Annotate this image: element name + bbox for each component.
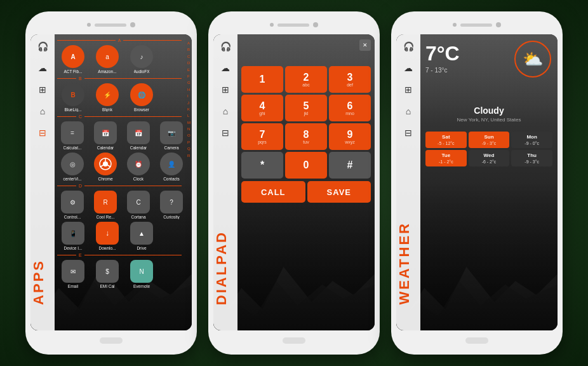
sidebar-grid-icon[interactable]: ⊞ (36, 83, 50, 97)
list-item[interactable]: R Cool Re... (90, 191, 121, 219)
sidebar-menu-icon-3[interactable]: ⊟ (401, 126, 415, 140)
weather-day-thu[interactable]: Thu -9 - 3°c (511, 150, 552, 166)
list-item[interactable]: ↓ Downlo... (91, 222, 123, 250)
dial-number: 6 (347, 101, 353, 111)
dialpad-display: ✕ (237, 34, 375, 66)
app-label: Drive (137, 246, 146, 250)
sidebar-home-icon-3[interactable]: ⌂ (401, 104, 415, 118)
sidebar-apps-icon[interactable]: ⊟ (36, 126, 50, 140)
svg-line-5 (107, 165, 110, 167)
phone-dialpad: 🎧 ☁ ⊞ ⌂ ⊟ DIALPAD ✕ 1 2 abc (208, 11, 380, 355)
list-item[interactable]: 👤 Contacts (156, 152, 187, 181)
call-button[interactable]: CALL (241, 181, 305, 203)
list-item[interactable]: 📅 Calendar (123, 121, 154, 150)
dialpad-content-area: ✕ 1 2 abc 3 def 4 ghi (237, 34, 375, 330)
dial-button-6[interactable]: 6 mno (329, 95, 371, 121)
app-icon-evernote: N (130, 260, 153, 283)
list-item[interactable]: A ACT Fib... (57, 45, 89, 74)
home-button-2[interactable] (283, 337, 305, 344)
speaker-grille-3 (460, 24, 492, 27)
dial-button-8[interactable]: 8 tuv (285, 123, 327, 150)
sidebar-cloud-icon[interactable]: ☁ (36, 61, 50, 75)
sidebar-cloud-icon-3[interactable]: ☁ (401, 61, 415, 75)
list-item[interactable]: 📅 Calendar (90, 121, 121, 150)
sidebar-home-icon[interactable]: ⌂ (36, 104, 50, 118)
front-camera (87, 23, 91, 27)
dial-button-9[interactable]: 9 wxyz (329, 123, 371, 150)
weather-condition: Cloudy (425, 105, 552, 116)
weather-day-wed[interactable]: Wed -6 - 2°c (469, 150, 510, 166)
save-button[interactable]: SAVE (307, 181, 371, 203)
sidebar-home-icon-2[interactable]: ⌂ (218, 104, 232, 118)
dialpad-actions: CALL SAVE (237, 179, 375, 205)
dial-button-4[interactable]: 4 ghi (241, 95, 283, 121)
dial-button-1[interactable]: 1 (241, 66, 283, 93)
sidebar-cloud-icon-2[interactable]: ☁ (218, 61, 232, 75)
list-item[interactable]: 📱 Device I... (57, 222, 89, 250)
home-button-3[interactable] (465, 337, 488, 344)
dial-button-5[interactable]: 5 jkl (285, 95, 327, 121)
phone-bottom-bar-3 (396, 333, 558, 348)
list-item[interactable]: B BlueLig... (57, 83, 89, 112)
dial-number: 1 (260, 74, 265, 85)
list-item[interactable]: ⚡ Blynk (91, 83, 123, 112)
sidebar-grid-icon-2[interactable]: ⊞ (218, 83, 232, 97)
list-item[interactable]: ⚙ Control... (57, 191, 88, 219)
list-item[interactable]: $ EMI Cal (91, 260, 123, 288)
app-icon-coolre: R (94, 191, 117, 214)
dial-number: 4 (260, 101, 265, 111)
sidebar-headphone-icon-2[interactable]: 🎧 (218, 39, 232, 53)
app-label: Email (68, 284, 78, 288)
dial-button-star[interactable]: * (241, 152, 283, 179)
dial-button-2[interactable]: 2 abc (285, 66, 327, 93)
day-name: Sat (428, 134, 464, 140)
list-item[interactable]: C Cortana (123, 191, 154, 219)
sidebar-headphone-icon[interactable]: 🎧 (36, 39, 50, 53)
app-icon-download: ↓ (96, 222, 119, 245)
weather-day-tue[interactable]: Tue -1 - 2°c (425, 150, 467, 166)
weather-icon: ⛅ (523, 50, 543, 69)
app-icon-camera: 📷 (160, 121, 183, 144)
weather-day-sun[interactable]: Sun -9 - 3°c (469, 132, 510, 148)
list-item[interactable]: a Amazon... (91, 45, 123, 74)
list-item[interactable]: Chrome (90, 152, 121, 181)
list-item[interactable]: ✉ Email (57, 260, 89, 288)
app-label: Device I... (64, 246, 83, 250)
sidebar-menu-icon-2[interactable]: ⊟ (218, 126, 232, 140)
list-item[interactable]: ⏰ Clock (123, 152, 154, 181)
app-label: Cool Re... (97, 215, 115, 219)
sidebar-headphone-icon-3[interactable]: 🎧 (401, 39, 415, 53)
dial-button-0[interactable]: 0 (285, 152, 327, 179)
app-label: Evernote (133, 284, 150, 288)
list-item[interactable]: ♪ AudioFX (126, 45, 157, 74)
sensor-dot (130, 22, 135, 27)
dial-number: 2 (304, 72, 309, 83)
dial-number: 8 (304, 130, 309, 140)
sidebar-grid-icon-3[interactable]: ⊞ (401, 83, 415, 97)
app-icon-email: ✉ (62, 260, 84, 283)
e-indicator-row: E (55, 252, 192, 259)
list-item[interactable]: N Evernote (126, 260, 157, 288)
indicator-c: C (79, 114, 82, 119)
list-item[interactable]: 📷 Camera (156, 121, 187, 150)
app-icon-cortana: C (127, 191, 150, 214)
day-temp: -9 - 3°c (514, 159, 550, 164)
app-icon-drive: ▲ (130, 222, 153, 245)
list-item[interactable]: ◎ centerVi... (57, 152, 88, 181)
dial-button-hash[interactable]: # (329, 152, 371, 179)
list-item[interactable]: ▲ Drive (126, 222, 157, 250)
home-button[interactable] (100, 337, 123, 344)
close-button[interactable]: ✕ (359, 39, 371, 51)
d-indicator-row: D (55, 182, 192, 189)
indicator-line-d (57, 186, 76, 186)
list-item[interactable]: 🌐 Browser (126, 83, 157, 112)
weather-day-sat[interactable]: Sat -5 - 12°c (425, 132, 467, 148)
list-item[interactable]: ? Curiosity (156, 191, 187, 219)
dial-button-3[interactable]: 3 def (329, 66, 371, 93)
app-icon-clock: ⏰ (127, 152, 150, 175)
app-label: Curiosity (163, 215, 179, 219)
dial-button-7[interactable]: 7 pqrs (241, 123, 283, 150)
weather-day-mon[interactable]: Mon -9 - 0°c (511, 132, 552, 148)
list-item[interactable]: = Calculat... (57, 121, 88, 150)
app-label: Calendar (130, 146, 147, 150)
